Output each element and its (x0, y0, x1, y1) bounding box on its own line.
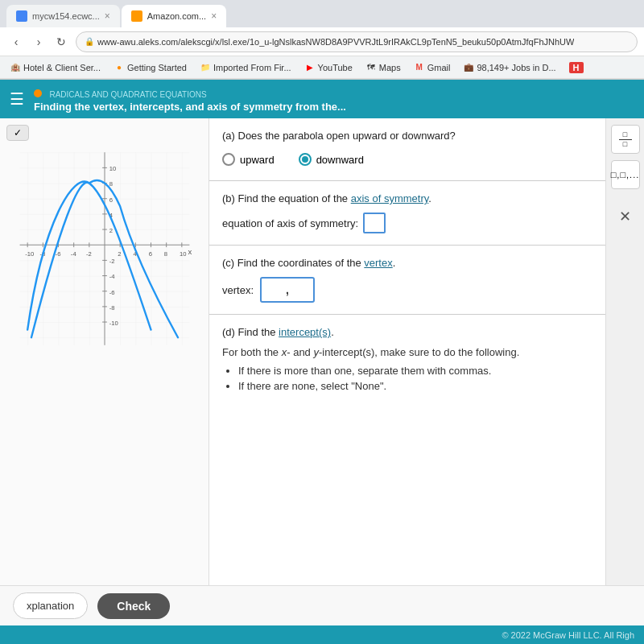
vertex-input-label: vertex: (222, 284, 254, 296)
explanation-button[interactable]: xplanation (13, 592, 88, 619)
radio-upward[interactable] (222, 153, 235, 166)
footer: © 2022 McGraw Hill LLC. All Righ (0, 625, 644, 644)
tab-amazon[interactable]: Amazon.com... × (122, 5, 226, 27)
main-content: ✓ x (0, 118, 644, 585)
intercept-bullets: If there is more than one, separate them… (222, 365, 592, 392)
hamburger-menu[interactable]: ☰ (10, 89, 24, 109)
question-b-section: (b) Find the equation of the axis of sym… (209, 181, 605, 246)
question-a-options: upward downward (222, 150, 592, 169)
bookmark-jobs-label: 98,149+ Jobs in D... (477, 63, 555, 72)
axis-symmetry-input-label: equation of axis of symmetry: (222, 217, 358, 229)
vertex-y-input[interactable] (291, 280, 310, 299)
radio-downward[interactable] (299, 153, 312, 166)
question-c-label: (c) Find the coordinates of the vertex. (222, 257, 592, 269)
vertex-x-input[interactable] (265, 280, 284, 299)
y-text: y (313, 346, 319, 358)
address-bar[interactable]: 🔒 www-awu.aleks.com/alekscgi/x/lsl.exe/1… (76, 31, 638, 52)
graph-dropdown[interactable]: ✓ (6, 125, 29, 141)
bullet-1: If there is more than one, separate them… (238, 365, 592, 377)
bookmark-youtube[interactable]: ▶ YouTube (301, 60, 356, 75)
option-upward-label: upward (240, 154, 275, 166)
bookmark-gmail-label: Gmail (427, 63, 451, 72)
svg-text:2: 2 (109, 227, 112, 234)
bookmarks-bar: 🏨 Hotel & Client Ser... ● Getting Starte… (0, 56, 644, 79)
dots-tool-button[interactable]: □,□,... (611, 160, 640, 189)
graph-area: x -10 -8 -6 -4 -2 2 4 (12, 144, 197, 353)
coord-comma: , (286, 283, 289, 296)
tab-close-amazon[interactable]: × (211, 10, 217, 22)
svg-text:-10: -10 (109, 320, 118, 327)
svg-text:10: 10 (179, 250, 186, 258)
axis-of-symmetry-link[interactable]: axis of symmetry (351, 192, 429, 204)
bookmark-getting-started-label: Getting Started (127, 63, 187, 72)
question-c-section: (c) Find the coordinates of the vertex. … (209, 246, 605, 315)
right-panel: (a) Does the parabola open upward or dow… (209, 118, 644, 585)
bookmark-getting-started[interactable]: ● Getting Started (110, 60, 190, 75)
x-icon: ✕ (619, 208, 631, 225)
reload-button[interactable]: ↻ (52, 32, 71, 52)
questions-panel: (a) Does the parabola open upward or dow… (209, 118, 605, 585)
svg-text:x: x (188, 247, 192, 256)
bookmark-jobs[interactable]: 💼 98,149+ Jobs in D... (460, 60, 559, 75)
imported-folder-icon: 📁 (200, 62, 211, 73)
dots-label: □,□,... (611, 170, 640, 180)
bookmark-maps[interactable]: 🗺 Maps (362, 60, 404, 75)
bookmark-maps-label: Maps (379, 63, 401, 72)
tab-bar: mycw154.ecwc... × Amazon.com... × (0, 0, 644, 27)
close-tool-button[interactable]: ✕ (611, 202, 640, 231)
question-b-label: (b) Find the equation of the axis of sym… (222, 192, 592, 204)
vertex-link[interactable]: vertex (364, 257, 392, 269)
tab-label-amazon: Amazon.com... (147, 11, 206, 21)
graph-panel: ✓ x (0, 118, 209, 585)
app-container: ☰ RADICALS AND QUADRATIC EQUATIONS Findi… (0, 80, 644, 644)
bookmark-hotel[interactable]: 🏨 Hotel & Client Ser... (6, 60, 104, 75)
intercept-description: For both the x- and y-intercept(s), make… (222, 346, 592, 358)
option-downward-label: downward (316, 154, 364, 166)
bookmark-h[interactable]: H (566, 60, 587, 75)
check-button[interactable]: Check (97, 593, 170, 619)
svg-text:6: 6 (109, 196, 112, 204)
nav-buttons: ‹ › ↻ (6, 32, 71, 52)
bookmark-imported-label: Imported From Fir... (213, 63, 291, 72)
svg-text:-2: -2 (86, 250, 92, 258)
tab-close[interactable]: × (105, 10, 110, 22)
vertex-coordinate-input[interactable]: , (260, 277, 315, 303)
bookmark-hotel-label: Hotel & Client Ser... (23, 63, 101, 72)
tab-mycw[interactable]: mycw154.ecwc... × (6, 5, 120, 27)
axis-symmetry-answer: equation of axis of symmetry: (222, 213, 592, 233)
svg-text:-4: -4 (70, 250, 76, 258)
intercepts-link[interactable]: intercept(s) (279, 326, 331, 338)
question-a-section: (a) Does the parabola open upward or dow… (209, 118, 605, 181)
youtube-icon: ▶ (304, 62, 316, 73)
maps-icon: 🗺 (365, 62, 377, 73)
lock-icon: 🔒 (85, 37, 94, 46)
topic-category: RADICALS AND QUADRATIC EQUATIONS (34, 86, 346, 101)
forward-button[interactable]: › (29, 32, 48, 52)
hotel-icon: 🏨 (10, 62, 21, 73)
svg-text:10: 10 (109, 165, 116, 172)
topic-info: RADICALS AND QUADRATIC EQUATIONS Finding… (34, 86, 346, 113)
option-upward[interactable]: upward (222, 153, 275, 166)
question-d-section: (d) Find the intercept(s). For both the … (209, 315, 605, 407)
browser-chrome: mycw154.ecwc... × Amazon.com... × ‹ › ↻ … (0, 0, 644, 80)
x-text: x (282, 346, 287, 358)
svg-text:-4: -4 (109, 273, 115, 280)
svg-text:-8: -8 (109, 304, 114, 312)
tab-label: mycw154.ecwc... (32, 11, 100, 21)
aleks-topbar: ☰ RADICALS AND QUADRATIC EQUATIONS Findi… (0, 80, 644, 118)
bookmark-gmail[interactable]: M Gmail (411, 60, 454, 75)
svg-text:-10: -10 (25, 250, 34, 258)
option-downward[interactable]: downward (299, 153, 364, 166)
bookmark-imported[interactable]: 📁 Imported From Fir... (196, 60, 295, 75)
fraction-tool-button[interactable]: □ □ (611, 125, 640, 154)
svg-text:-6: -6 (109, 289, 114, 296)
getting-started-icon: ● (114, 62, 125, 73)
bottom-bar: xplanation Check (0, 585, 644, 625)
back-button[interactable]: ‹ (6, 32, 26, 52)
vertex-answer: vertex: , (222, 277, 592, 303)
side-toolbar: □ □ □,□,... ✕ (605, 118, 644, 585)
fraction-icon: □ □ (619, 130, 632, 149)
gmail-icon: M (414, 62, 425, 73)
axis-symmetry-input[interactable] (363, 213, 386, 233)
explanation-label: xplanation (27, 600, 74, 612)
